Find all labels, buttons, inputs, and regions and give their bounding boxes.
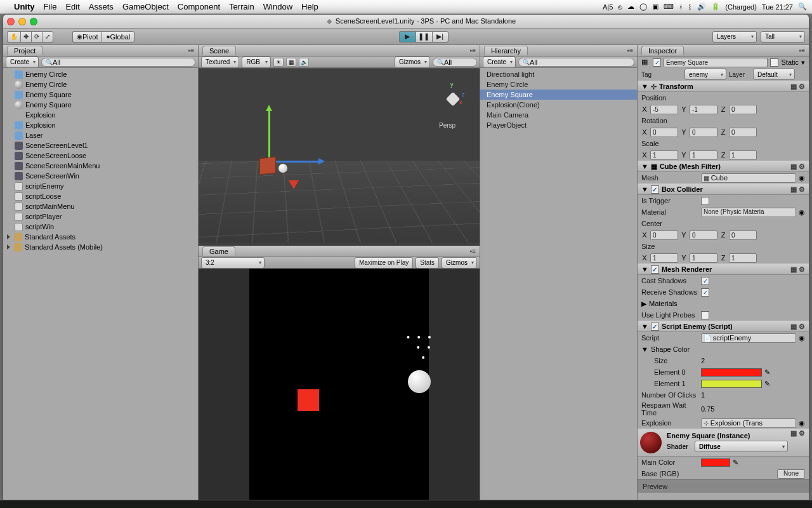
menu-terrain[interactable]: Terrain [229,2,254,11]
scene-gizmos[interactable]: Gizmos [395,57,430,68]
hierarchy-item[interactable]: Enemy Square [480,90,637,100]
hierarchy-item[interactable]: Main Camera [480,110,637,120]
hierarchy-item[interactable]: PlayerObject [480,120,637,130]
pos-x[interactable] [650,105,678,114]
scene-shading[interactable]: Textured [201,57,239,68]
project-tab[interactable]: Project [7,46,43,55]
step-button[interactable]: ▶| [432,31,449,43]
object-picker-icon[interactable]: ◉ [799,174,805,182]
game-view[interactable]: • • • • • • [199,269,480,500]
preview-header[interactable]: Preview [638,479,809,493]
hierarchy-search[interactable]: 🔍 All [518,58,634,67]
project-item[interactable]: Standard Assets (Mobile) [3,242,198,252]
panel-menu-icon[interactable]: ▪≡ [470,248,476,255]
hierarchy-tab[interactable]: Hierarchy [484,46,528,55]
rot-x[interactable] [650,128,678,137]
materials-label[interactable]: Materials [649,300,678,307]
meshrenderer-header[interactable]: Mesh Renderer [662,265,712,273]
rot-z[interactable] [729,128,757,137]
project-item[interactable]: scriptLoose [3,191,198,201]
static-dropdown-icon[interactable]: ▾ [801,58,805,67]
recvshadows-checkbox[interactable]: ✓ [701,288,709,297]
object-picker-icon[interactable]: ◉ [799,208,805,217]
menu-edit[interactable]: Edit [65,2,79,11]
scriptenemy-header[interactable]: Script Enemy (Script) [662,323,733,330]
menu-window[interactable]: Window [263,2,292,11]
meshfilter-header[interactable]: Cube (Mesh Filter) [660,163,721,170]
foldout-icon[interactable]: ▼ [641,323,648,330]
gear-icon[interactable]: ▦ ⚙ [790,429,805,438]
hierarchy-tree[interactable]: Directional lightEnemy CircleEnemy Squar… [480,68,637,500]
size-z[interactable] [729,253,757,263]
hierarchy-create[interactable]: Create [483,57,516,68]
move-tool[interactable]: ✥ [20,31,31,43]
pivot-toggle[interactable]: ◉ Pivot [72,31,102,43]
menu-assets[interactable]: Assets [89,2,114,11]
center-y[interactable] [690,231,717,240]
project-item[interactable]: scriptWin [3,222,198,232]
gizmo-y-axis[interactable] [268,107,270,164]
pause-button[interactable]: ❚❚ [416,31,432,43]
static-checkbox[interactable] [770,58,778,67]
pos-z[interactable] [729,105,757,114]
scale-tool[interactable]: ⤢ [42,31,53,43]
foldout-icon[interactable]: ▼ [641,163,648,170]
center-z[interactable] [729,231,757,240]
gear-icon[interactable]: ▦ ⚙ [790,83,805,91]
scene-skybox-icon[interactable]: ▦ [286,58,296,67]
inspector-tab[interactable]: Inspector [641,46,684,55]
scene-orientation-gizmo[interactable]: yzx Persp [434,80,472,118]
material-header[interactable]: Enemy Square (Instance) [667,432,788,439]
menu-file[interactable]: File [44,2,57,11]
gear-icon[interactable]: ▦ ⚙ [790,185,805,194]
project-search[interactable]: 🔍 All [41,58,195,67]
project-item[interactable]: scriptMainMenu [3,201,198,211]
maincolor-swatch[interactable] [701,458,730,467]
eyedropper-icon[interactable]: ✎ [733,458,738,467]
istrigger-checkbox[interactable] [701,197,709,205]
menu-help[interactable]: Help [301,2,318,11]
gameobject-name[interactable] [664,58,768,67]
layer-dropdown[interactable]: Default [753,69,795,80]
transform-header[interactable]: Transform [659,83,693,90]
scale-y[interactable] [690,150,717,160]
project-item[interactable]: scriptPlayer [3,211,198,222]
project-item[interactable]: Laser [3,130,198,140]
project-create[interactable]: Create [6,57,39,68]
panel-menu-icon[interactable]: ▪≡ [799,47,805,54]
scene-explosion[interactable] [289,180,299,194]
project-item[interactable]: SceneScreenWin [3,171,198,181]
stats-button[interactable]: Stats [416,257,439,269]
foldout-icon[interactable]: ▼ [641,185,648,193]
element0-color[interactable] [701,368,762,377]
scene-search[interactable]: 🔍 All [433,58,477,67]
castshadows-checkbox[interactable]: ✓ [701,277,709,285]
project-item[interactable]: Standard Assets [3,232,198,242]
center-x[interactable] [650,231,678,240]
gear-icon[interactable]: ▦ ⚙ [790,323,805,331]
lightprobes-checkbox[interactable] [701,311,709,319]
scene-enemy-circle[interactable] [278,164,287,173]
project-item[interactable]: SceneScreenLevel1 [3,140,198,150]
panel-menu-icon[interactable]: ▪≡ [188,47,194,54]
object-picker-icon[interactable]: ◉ [799,419,805,427]
close-icon[interactable] [7,18,15,25]
scale-z[interactable] [729,150,757,160]
global-toggle[interactable]: ● Global [102,31,134,43]
scene-light-icon[interactable]: ☀ [273,58,284,67]
spotlight-icon[interactable]: 🔍 [798,3,807,11]
foldout-icon[interactable]: ▶ [641,300,646,308]
foldout-icon[interactable]: ▼ [641,345,648,353]
panel-menu-icon[interactable]: ▪≡ [627,47,633,54]
hand-tool[interactable]: ✋ [7,31,20,43]
physmat-field[interactable]: None (Physic Materia [701,208,796,217]
project-item[interactable]: Explosion [3,120,198,130]
menu-component[interactable]: Component [178,2,220,11]
project-tree[interactable]: Enemy CircleEnemy CircleEnemy SquareEnem… [3,68,198,500]
hierarchy-item[interactable]: Enemy Circle [480,79,637,90]
menu-gameobject[interactable]: GameObject [122,2,169,11]
project-item[interactable]: Enemy Square [3,100,198,110]
base-texture[interactable]: None [777,469,805,479]
project-item[interactable]: Enemy Circle [3,69,198,79]
shapecolor-label[interactable]: Shape Color [651,345,690,353]
